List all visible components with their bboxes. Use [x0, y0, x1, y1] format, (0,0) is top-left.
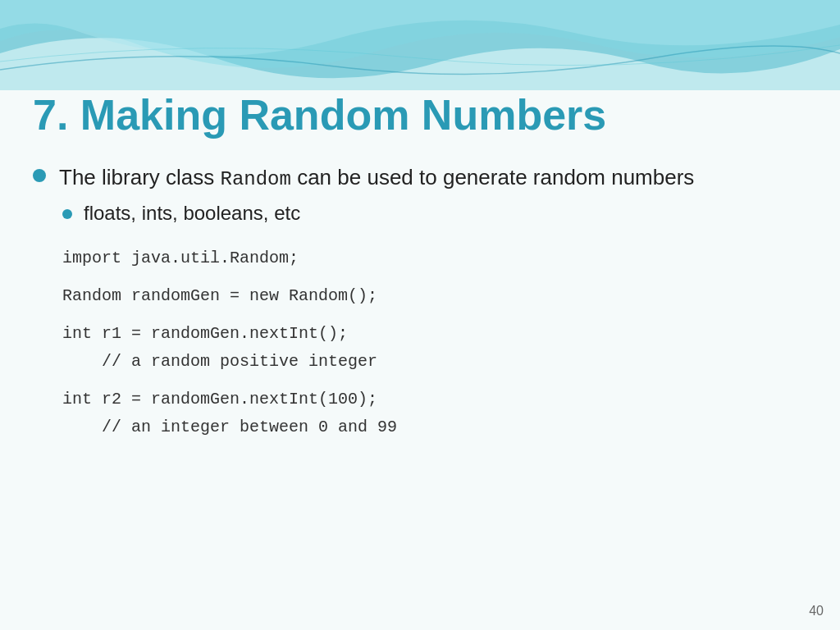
page-number: 40 — [809, 604, 824, 619]
code-block: import java.util.Random; Random randomGe… — [62, 244, 807, 441]
slide: 7. Making Random Numbers The library cla… — [0, 0, 840, 630]
code-spacer-2 — [62, 310, 807, 320]
code-line-1: import java.util.Random; — [62, 244, 807, 272]
sub-bullet-item-1: floats, ints, booleans, etc — [33, 202, 807, 225]
code-line-2: Random randomGen = new Random(); — [62, 282, 807, 310]
code-spacer-3 — [62, 376, 807, 386]
code-line-5: int r2 = randomGen.nextInt(100); — [62, 386, 807, 413]
code-line-6: // an integer between 0 and 99 — [62, 413, 807, 441]
code-line-4: // a random positive integer — [62, 348, 807, 376]
bullet-item-1: The library class Random can be used to … — [33, 162, 807, 194]
wave-header — [0, 0, 840, 90]
code-random: Random — [221, 168, 291, 190]
slide-content: 7. Making Random Numbers The library cla… — [33, 90, 807, 597]
code-line-3: int r1 = randomGen.nextInt(); — [62, 320, 807, 348]
bullet-dot-1 — [33, 169, 46, 182]
bullet-list: The library class Random can be used to … — [33, 162, 807, 225]
sub-bullet-text-1: floats, ints, booleans, etc — [84, 202, 300, 225]
code-spacer-1 — [62, 272, 807, 282]
sub-bullet-dot-1 — [62, 209, 72, 219]
slide-title: 7. Making Random Numbers — [33, 90, 807, 139]
bullet-text-1: The library class Random can be used to … — [59, 162, 694, 194]
